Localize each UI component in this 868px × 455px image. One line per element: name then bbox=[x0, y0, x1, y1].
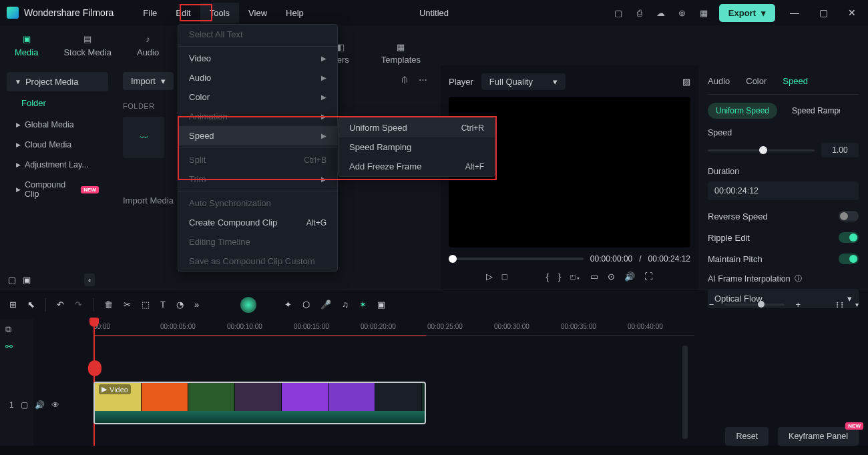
clip-thumbnail[interactable]: 〰 bbox=[123, 117, 164, 158]
track-visible-icon[interactable]: 👁 bbox=[51, 400, 59, 410]
sidebar-item-compound[interactable]: ▶Compound ClipNEW bbox=[7, 175, 108, 204]
subtab-speed-ramping[interactable]: Speed Ramping bbox=[784, 103, 840, 119]
snapshot-icon[interactable]: ▨ bbox=[682, 77, 690, 87]
sidebar-item-adjustment[interactable]: ▶Adjustment Lay... bbox=[7, 155, 108, 175]
crop-tool-icon[interactable]: ⬚ bbox=[142, 300, 150, 310]
ai-button[interactable] bbox=[240, 297, 256, 313]
more-icon[interactable]: ⋯ bbox=[419, 75, 427, 85]
layout-icon[interactable]: ⊞ bbox=[9, 300, 17, 310]
text-icon[interactable]: T bbox=[160, 300, 166, 310]
more-tools-icon[interactable]: » bbox=[194, 300, 199, 310]
marker-tool-icon[interactable]: ▣ bbox=[377, 300, 385, 310]
undo-icon[interactable]: ↶ bbox=[57, 300, 64, 310]
reverse-toggle[interactable] bbox=[839, 211, 859, 221]
new-folder-icon[interactable]: ▢ bbox=[8, 275, 16, 285]
cut-icon[interactable]: ✂ bbox=[124, 300, 131, 310]
tab-speed-props[interactable]: Speed bbox=[783, 76, 808, 86]
music-icon[interactable]: ♫ bbox=[342, 300, 349, 310]
menu-tools[interactable]: Tools bbox=[200, 3, 239, 23]
menu-create-compound[interactable]: Create Compound ClipAlt+G bbox=[178, 213, 337, 232]
zoom-out-icon[interactable]: − bbox=[709, 300, 714, 310]
info-icon[interactable]: ⓘ bbox=[795, 274, 802, 284]
export-button[interactable]: Export▾ bbox=[719, 4, 775, 22]
crop-icon[interactable]: ⏍▾ bbox=[570, 272, 581, 282]
tab-templates[interactable]: ▦Templates bbox=[375, 37, 427, 69]
fullscreen-icon[interactable]: ⛶ bbox=[644, 272, 653, 282]
effects-icon[interactable]: ✦ bbox=[284, 300, 292, 310]
menu-speed-ramping[interactable]: Speed Ramping bbox=[339, 137, 495, 157]
menu-file[interactable]: File bbox=[134, 3, 166, 23]
scrub-slider[interactable] bbox=[449, 258, 584, 260]
close-button[interactable]: ✕ bbox=[843, 5, 861, 21]
menu-add-freeze-frame[interactable]: Add Freeze FrameAlt+F bbox=[339, 157, 495, 176]
project-media-header[interactable]: ▼ Project Media bbox=[7, 72, 108, 91]
cloud-icon[interactable]: ☁ bbox=[655, 7, 667, 19]
menu-edit[interactable]: Edit bbox=[166, 3, 200, 23]
play-button[interactable]: ▷ bbox=[486, 272, 493, 282]
duration-value[interactable]: 00:00:24:12 bbox=[708, 181, 859, 200]
chevron-down-icon: ▾ bbox=[161, 76, 166, 86]
brace-open-icon[interactable]: { bbox=[546, 272, 549, 282]
menu-help[interactable]: Help bbox=[276, 3, 313, 23]
subtab-uniform-speed[interactable]: Uniform Speed bbox=[708, 103, 777, 119]
keyframe-panel-button[interactable]: Keyframe Panel NEW bbox=[778, 427, 859, 446]
display-icon[interactable]: ▭ bbox=[590, 272, 598, 282]
menu-view[interactable]: View bbox=[239, 3, 276, 23]
ripple-toggle[interactable] bbox=[839, 232, 859, 243]
speed-value[interactable]: 1.00 bbox=[821, 143, 859, 157]
folder-label[interactable]: Folder bbox=[7, 91, 108, 115]
view-mode-icon[interactable]: ⫶⫶ bbox=[835, 300, 845, 310]
volume-icon[interactable]: 🔊 bbox=[624, 272, 635, 282]
tab-audio-props[interactable]: Audio bbox=[708, 76, 730, 86]
collapse-icon[interactable]: ‹ bbox=[84, 274, 95, 286]
shield-icon[interactable]: ⬡ bbox=[302, 300, 310, 310]
link-icon[interactable]: ⚯ bbox=[5, 342, 28, 352]
minimize-button[interactable]: — bbox=[785, 5, 805, 21]
maximize-button[interactable]: ▢ bbox=[814, 5, 833, 21]
sidebar-item-global[interactable]: ▶Global Media bbox=[7, 115, 108, 135]
timeline-scrollbar[interactable] bbox=[682, 346, 688, 439]
import-button[interactable]: Import▾ bbox=[123, 72, 174, 90]
mic-icon[interactable]: 🎤 bbox=[320, 300, 331, 310]
zoom-in-icon[interactable]: + bbox=[795, 300, 801, 310]
device-icon[interactable]: ▢ bbox=[612, 7, 624, 19]
menu-audio-sub[interactable]: Audio▶ bbox=[178, 68, 337, 87]
menu-color-sub[interactable]: Color▶ bbox=[178, 87, 337, 107]
redo-icon[interactable]: ↷ bbox=[75, 300, 82, 310]
save-icon[interactable]: ⎙ bbox=[634, 7, 646, 19]
grid-icon[interactable]: ▦ bbox=[698, 7, 710, 19]
video-track-clip[interactable]: ▶Video bbox=[93, 382, 426, 424]
menu-uniform-speed[interactable]: Uniform SpeedCtrl+R bbox=[339, 118, 495, 137]
delete-icon[interactable]: 🗑 bbox=[104, 300, 113, 310]
menu-speed-sub[interactable]: Speed▶ bbox=[178, 126, 337, 145]
timeline-left-gutter: ⧉ ⚯ bbox=[0, 319, 33, 446]
track-folder-icon[interactable]: ▢ bbox=[21, 400, 28, 410]
brace-close-icon[interactable]: } bbox=[558, 272, 561, 282]
tab-media[interactable]: ▣ Media bbox=[8, 30, 45, 61]
camera-icon[interactable]: ⊙ bbox=[608, 272, 615, 282]
playhead-handle[interactable] bbox=[88, 360, 101, 376]
pitch-toggle[interactable] bbox=[839, 254, 859, 264]
split-icon[interactable]: ✶ bbox=[359, 300, 367, 310]
menu-bar: File Edit Tools View Help bbox=[134, 3, 312, 23]
support-icon[interactable]: ⊚ bbox=[676, 7, 688, 19]
stop-button[interactable]: □ bbox=[502, 272, 507, 282]
track-mute-icon[interactable]: 🔊 bbox=[35, 400, 45, 410]
reset-button[interactable]: Reset bbox=[725, 427, 769, 446]
speed-slider[interactable] bbox=[708, 149, 815, 151]
magnet-icon[interactable]: ⧉ bbox=[5, 324, 28, 335]
tab-color-props[interactable]: Color bbox=[746, 76, 767, 86]
menu-video[interactable]: Video▶ bbox=[178, 49, 337, 68]
new-bin-icon[interactable]: ▣ bbox=[23, 275, 31, 285]
speed-tool-icon[interactable]: ◔ bbox=[176, 300, 184, 310]
menu-save-compound: Save as Compound Clip Custom bbox=[178, 252, 337, 271]
quality-dropdown[interactable]: Full Quality▾ bbox=[481, 73, 566, 90]
filter-icon[interactable]: ⫛ bbox=[401, 75, 409, 85]
tab-stock-media[interactable]: ▤ Stock Media bbox=[57, 30, 118, 61]
tab-audio[interactable]: ♪ Audio bbox=[130, 30, 166, 61]
zoom-slider[interactable] bbox=[724, 304, 785, 306]
timeline-ruler[interactable]: 00:00 00:00:05:00 00:00:10:00 00:00:15:0… bbox=[93, 323, 694, 342]
media-icon: ▣ bbox=[20, 34, 33, 45]
sidebar-item-cloud[interactable]: ▶Cloud Media bbox=[7, 135, 108, 155]
select-icon[interactable]: ⬉ bbox=[27, 300, 35, 310]
